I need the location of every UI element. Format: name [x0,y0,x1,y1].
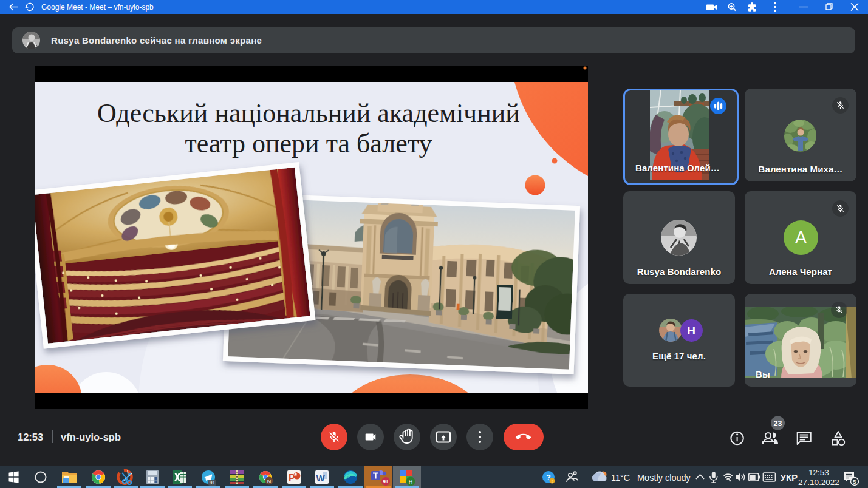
svg-text:H: H [409,479,413,485]
svg-text:91: 91 [210,480,216,486]
svg-text:W: W [316,473,326,483]
svg-text:27.10.2022: 27.10.2022 [798,478,839,487]
svg-text:Mostly cloudy: Mostly cloudy [637,473,691,483]
svg-text:12:53: 12:53 [808,468,829,477]
svg-text:театр опери та балету: театр опери та балету [185,129,432,158]
svg-text:5: 5 [853,478,856,485]
svg-text:9+: 9+ [383,478,389,484]
svg-text:Одеський національний академіч: Одеський національний академічний [97,98,520,128]
svg-text:УКР: УКР [781,472,798,483]
svg-text:11°C: 11°C [611,473,630,483]
svg-text:23: 23 [774,419,782,428]
svg-text:N: N [267,478,272,484]
svg-text:!: ! [552,479,553,483]
